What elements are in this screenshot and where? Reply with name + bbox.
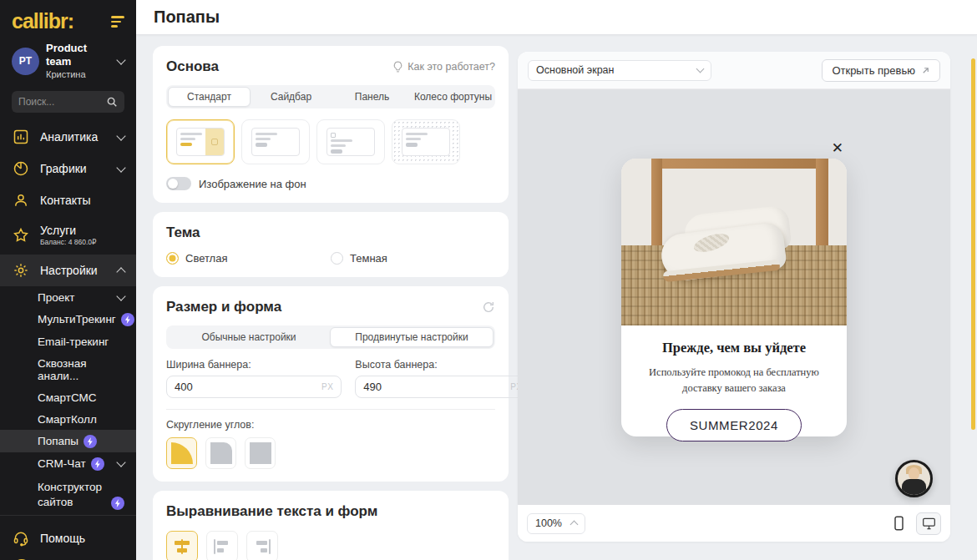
desktop-icon [922, 517, 936, 530]
lightning-badge-icon [84, 435, 97, 448]
open-preview-button[interactable]: Открыть превью [822, 59, 940, 82]
headset-icon [12, 530, 30, 547]
chevron-down-icon [116, 163, 125, 172]
align-right-icon [254, 539, 271, 554]
sidebar-item-label: Контакты [40, 194, 124, 207]
submenu-item-multitracking[interactable]: МультиТрекинг [0, 308, 136, 330]
submenu-item-project[interactable]: Проект [0, 286, 136, 308]
submenu-item-crm-chat[interactable]: CRM-Чат [0, 452, 136, 475]
vertical-scrollbar[interactable] [971, 58, 975, 430]
submenu-item-end-to-end-analytics[interactable]: Сквозная анали... [0, 352, 136, 386]
sidebar-item-services[interactable]: Услуги Баланс: 4 860.0₽ [0, 216, 136, 255]
theme-card-title: Тема [166, 225, 495, 241]
screen-select[interactable]: Основной экран [528, 60, 711, 81]
submenu-item-email-tracking[interactable]: Email-трекинг [0, 330, 136, 352]
submenu-item-smartcall[interactable]: СмартКолл [0, 408, 136, 430]
chevron-down-icon [116, 131, 125, 140]
promo-code-button[interactable]: SUMMER2024 [666, 409, 802, 441]
tab-sidebar[interactable]: Сайдбар [251, 87, 332, 107]
tab-basic-settings[interactable]: Обычные настройки [168, 327, 330, 347]
search-input[interactable] [18, 96, 101, 108]
corner-radius-none-option[interactable] [245, 437, 276, 469]
banner-width-input[interactable] [175, 381, 321, 393]
reset-icon[interactable] [482, 300, 495, 314]
sidebar-item-analytics[interactable]: Аналитика [0, 121, 136, 153]
chevron-up-icon [570, 521, 579, 529]
sidebar: callibr: PT Product team Кристина Ана [0, 0, 136, 560]
alignment-options [166, 531, 495, 560]
user-name: Кристина [46, 69, 111, 81]
settings-mode-tabs: Обычные настройки Продвинутые настройки [166, 325, 495, 349]
chevron-down-icon [696, 65, 705, 73]
toggle-label: Изображение на фон [199, 178, 306, 190]
hamburger-menu-icon[interactable] [111, 16, 124, 30]
popup-type-tabs: Стандарт Сайдбар Панель Колесо фортуны [166, 85, 495, 108]
tab-standard[interactable]: Стандарт [168, 87, 251, 107]
alignment-title: Выравнивание текста и форм [166, 503, 495, 520]
desktop-view-button[interactable] [916, 512, 941, 535]
sidebar-item-settings[interactable]: Настройки [0, 255, 136, 286]
preview-canvas: ✕ [518, 89, 950, 505]
sidebar-search[interactable] [12, 91, 124, 113]
sidebar-footer: Помощь Выход [0, 515, 136, 560]
pie-chart-icon [12, 160, 30, 177]
base-card-title: Основа [166, 58, 219, 75]
banner-width-label: Ширина баннера: [166, 359, 342, 371]
layout-thumb-image-right[interactable] [166, 119, 235, 164]
account-switcher[interactable]: PT Product team Кристина [12, 42, 124, 80]
help-item[interactable]: Помощь [0, 522, 136, 554]
video-widget-avatar[interactable] [895, 460, 933, 497]
popup-preview[interactable]: ✕ [621, 159, 847, 436]
size-shape-card: Размер и форма Обычные настройки Продвин… [153, 286, 509, 482]
preview-column: Основной экран Открыть превью ✕ [518, 52, 950, 560]
close-icon[interactable]: ✕ [832, 141, 843, 155]
settings-submenu: Проект МультиТрекинг Email-трекинг Сквоз… [0, 286, 136, 514]
popup-title: Прежде, чем вы уйдете [640, 340, 828, 356]
chevron-down-icon [116, 291, 125, 300]
mobile-view-button[interactable] [886, 512, 911, 535]
layout-thumb-with-icon[interactable] [316, 119, 385, 164]
tab-fortune-wheel[interactable]: Колесо фортуны [413, 87, 494, 107]
corner-radius-options [166, 437, 495, 469]
banner-width-field: PX [166, 376, 342, 398]
chevron-down-icon [116, 55, 125, 64]
layout-thumb-background[interactable] [392, 119, 460, 164]
lightning-badge-icon [121, 313, 134, 326]
main-area: Попапы Основа Как это работает? Стандарт [136, 0, 977, 560]
page-title: Попапы [154, 8, 220, 27]
sidebar-item-contacts[interactable]: Контакты [0, 184, 136, 216]
sidebar-item-label: Настройки [40, 264, 108, 277]
layout-thumb-text-only[interactable] [241, 119, 310, 164]
theme-card: Тема Светлая Темная [153, 212, 509, 277]
size-shape-title: Размер и форма [166, 299, 281, 315]
banner-height-field: PX [355, 376, 518, 398]
submenu-item-smartsms[interactable]: СмартСМС [0, 386, 136, 408]
theme-light-radio[interactable]: Светлая [166, 252, 331, 265]
lightbulb-icon [392, 61, 403, 73]
lightning-badge-icon [111, 497, 124, 510]
submenu-item-site-builder[interactable]: Конструктор сайтов [0, 475, 136, 514]
zoom-select[interactable]: 100% [527, 513, 585, 534]
submenu-item-popups[interactable]: Попапы [0, 430, 136, 452]
tab-panel[interactable]: Панель [332, 87, 413, 107]
gear-icon [12, 262, 30, 279]
align-center-option[interactable] [166, 531, 198, 560]
settings-column: Основа Как это работает? Стандарт Сайдба… [136, 35, 518, 560]
popup-image-sneakers [621, 159, 847, 325]
team-name: Product team [46, 42, 111, 69]
align-right-option[interactable] [246, 531, 278, 560]
image-background-toggle[interactable] [166, 177, 191, 190]
sidebar-item-label: Аналитика [40, 130, 108, 144]
theme-dark-radio[interactable]: Темная [331, 252, 495, 265]
bar-chart-icon [12, 129, 30, 145]
align-left-option[interactable] [206, 531, 238, 560]
avatar: PT [12, 48, 39, 75]
corner-radius-medium-option[interactable] [205, 437, 236, 469]
tab-advanced-settings[interactable]: Продвинутые настройки [330, 327, 494, 347]
contacts-icon [12, 192, 30, 209]
corner-radius-large-option[interactable] [166, 437, 197, 469]
banner-height-label: Высота баннера: [355, 359, 518, 371]
banner-height-input[interactable] [363, 381, 510, 393]
sidebar-item-charts[interactable]: Графики [0, 153, 136, 184]
how-it-works-link[interactable]: Как это работает? [392, 61, 495, 73]
